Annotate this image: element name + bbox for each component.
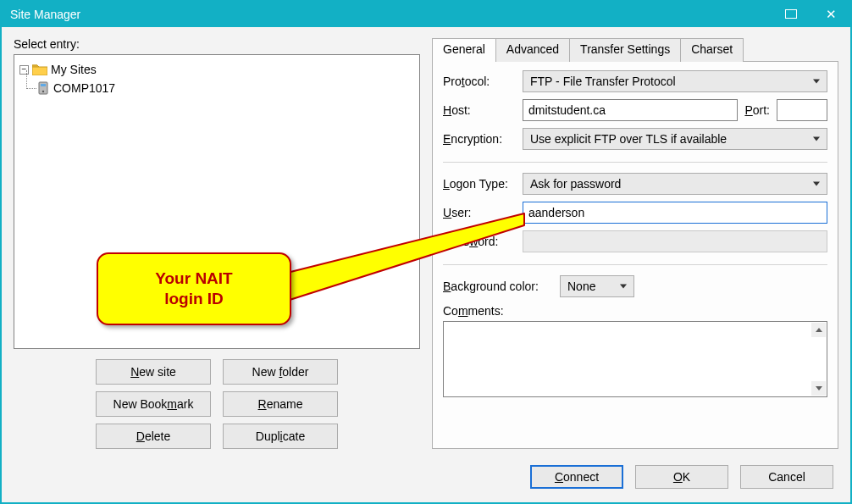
- restore-icon: [787, 11, 797, 19]
- window-title: Site Manager: [10, 8, 772, 21]
- callout-line2: login ID: [164, 290, 224, 307]
- restore-button[interactable]: [772, 2, 811, 27]
- close-icon: ✕: [826, 7, 837, 22]
- callout-line1: Your NAIT: [155, 269, 232, 287]
- close-button[interactable]: ✕: [811, 2, 850, 27]
- svg-marker-3: [287, 213, 524, 300]
- callout: Your NAIT login ID: [97, 252, 291, 325]
- tab-general[interactable]: General: [432, 38, 496, 62]
- site-manager-window: Site Manager ✕ Select entry: − My Sites: [0, 0, 852, 504]
- titlebar: Site Manager ✕: [2, 2, 850, 27]
- client-area: Select entry: − My Sites: [3, 29, 849, 501]
